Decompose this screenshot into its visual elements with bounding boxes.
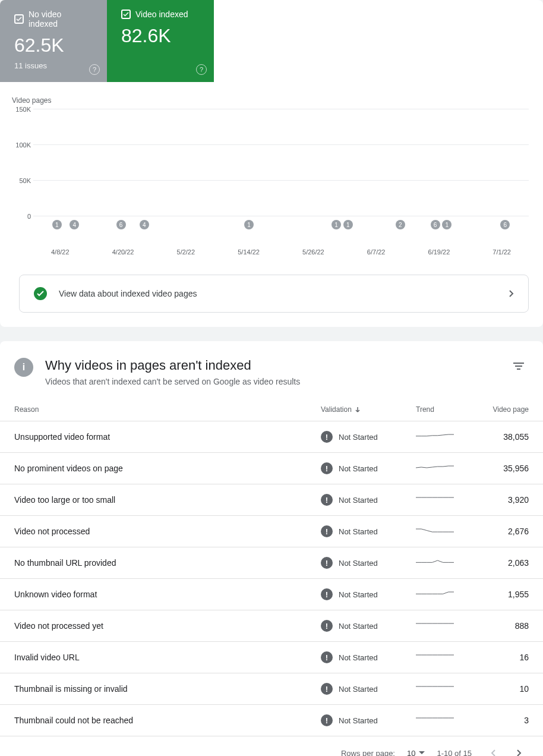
row-trend [416, 716, 475, 725]
row-pages: 35,956 [475, 464, 529, 473]
checkbox-icon [14, 14, 24, 24]
row-trend [416, 590, 475, 599]
exclamation-icon: ! [321, 683, 333, 695]
row-reason: Video too large or too small [14, 495, 321, 505]
table-row[interactable]: Unsupported video format!Not Started38,0… [0, 421, 543, 453]
row-validation: !Not Started [321, 431, 416, 443]
event-badge[interactable]: 2 [396, 220, 405, 229]
filter-icon[interactable] [509, 358, 529, 374]
row-pages: 3 [475, 716, 529, 725]
row-validation: !Not Started [321, 620, 416, 632]
tab-value: 82.6K [121, 25, 200, 47]
table-header: Reason Validation Trend Video page [0, 398, 543, 421]
row-pages: 2,676 [475, 527, 529, 536]
help-icon[interactable]: ? [196, 64, 207, 75]
view-indexed-pages-link[interactable]: View data about indexed video pages [19, 275, 529, 313]
event-badge[interactable]: 1 [442, 220, 452, 229]
row-reason: Unsupported video format [14, 432, 321, 442]
rows-per-page-select[interactable]: 10 [407, 749, 425, 757]
info-icon: i [14, 358, 33, 377]
table-footer: Rows per page: 10 1-10 of 15 [0, 736, 543, 756]
row-trend [416, 558, 475, 568]
row-validation: !Not Started [321, 557, 416, 569]
table-row[interactable]: Thumbnail could not be reached!Not Start… [0, 705, 543, 736]
event-badge[interactable]: 1 [244, 220, 254, 229]
event-badge[interactable]: 4 [70, 220, 79, 229]
row-trend [416, 432, 475, 442]
table-row[interactable]: Video not processed yet!Not Started888 [0, 610, 543, 642]
svg-rect-2 [517, 368, 520, 370]
table-row[interactable]: Video not processed!Not Started2,676 [0, 516, 543, 547]
tab-label: Video indexed [135, 10, 188, 19]
chart-ylabel: Video pages [12, 96, 529, 105]
rows-per-page-label: Rows per page: [341, 749, 395, 757]
row-validation: !Not Started [321, 462, 416, 474]
svg-rect-0 [513, 363, 524, 364]
row-reason: Video not processed [14, 527, 321, 536]
row-validation: !Not Started [321, 588, 416, 600]
row-validation: !Not Started [321, 525, 416, 537]
row-reason: No thumbnail URL provided [14, 558, 321, 568]
exclamation-icon: ! [321, 462, 333, 474]
row-pages: 2,063 [475, 558, 529, 568]
link-text: View data about indexed video pages [59, 289, 497, 298]
tab-video-indexed[interactable]: Video indexed 82.6K ? [107, 0, 214, 82]
row-pages: 10 [475, 684, 529, 694]
checkbox-icon [121, 10, 131, 19]
event-badge[interactable]: 4 [140, 220, 149, 229]
row-reason: Thumbnail could not be reached [14, 716, 321, 725]
col-trend[interactable]: Trend [416, 405, 475, 414]
next-page-button[interactable] [510, 744, 529, 756]
row-pages: 3,920 [475, 495, 529, 505]
exclamation-icon: ! [321, 620, 333, 632]
exclamation-icon: ! [321, 525, 333, 537]
event-badge[interactable]: 1 [332, 220, 341, 229]
row-trend [416, 621, 475, 631]
event-badge[interactable]: 1 [343, 220, 353, 229]
row-reason: Invalid video URL [14, 653, 321, 662]
row-validation: !Not Started [321, 683, 416, 695]
row-trend [416, 684, 475, 694]
col-pages[interactable]: Video page [475, 405, 529, 414]
svg-rect-1 [515, 366, 522, 367]
row-pages: 38,055 [475, 432, 529, 442]
event-badge[interactable]: 6 [116, 220, 126, 229]
table-row[interactable]: Unknown video format!Not Started1,955 [0, 579, 543, 610]
section-title: Why videos in pages aren't indexed [45, 358, 497, 373]
prev-page-button [484, 744, 503, 756]
chevron-right-icon [509, 290, 514, 297]
tab-issues: 11 issues [14, 61, 93, 70]
row-trend [416, 653, 475, 662]
row-reason: No prominent videos on page [14, 464, 321, 473]
sort-down-icon [354, 406, 361, 413]
tab-no-video-indexed[interactable]: No video indexed 62.5K 11 issues ? [0, 0, 107, 82]
video-pages-chart: Video pages 050K100K150K 14641112616 4/8… [0, 82, 543, 275]
table-row[interactable]: Invalid video URL!Not Started16 [0, 642, 543, 673]
tab-label: No video indexed [29, 10, 93, 29]
section-subtitle: Videos that aren't indexed can't be serv… [45, 377, 497, 386]
table-row[interactable]: Video too large or too small!Not Started… [0, 484, 543, 516]
dropdown-icon [419, 751, 425, 755]
exclamation-icon: ! [321, 651, 333, 663]
row-trend [416, 527, 475, 536]
col-validation[interactable]: Validation [321, 405, 416, 414]
table-row[interactable]: No thumbnail URL provided!Not Started2,0… [0, 547, 543, 579]
table-row[interactable]: Thumbnail is missing or invalid!Not Star… [0, 673, 543, 705]
exclamation-icon: ! [321, 714, 333, 726]
row-trend [416, 464, 475, 473]
pagination-range: 1-10 of 15 [437, 749, 472, 757]
row-pages: 1,955 [475, 590, 529, 599]
exclamation-icon: ! [321, 557, 333, 569]
tab-value: 62.5K [14, 34, 93, 56]
col-reason[interactable]: Reason [14, 405, 321, 414]
event-badge[interactable]: 1 [52, 220, 62, 229]
event-badge[interactable]: 6 [431, 220, 440, 229]
exclamation-icon: ! [321, 588, 333, 600]
row-reason: Unknown video format [14, 590, 321, 599]
check-circle-icon [34, 287, 47, 300]
row-pages: 16 [475, 653, 529, 662]
row-validation: !Not Started [321, 494, 416, 506]
help-icon[interactable]: ? [89, 64, 100, 75]
table-row[interactable]: No prominent videos on page!Not Started3… [0, 453, 543, 484]
event-badge[interactable]: 6 [500, 220, 510, 229]
